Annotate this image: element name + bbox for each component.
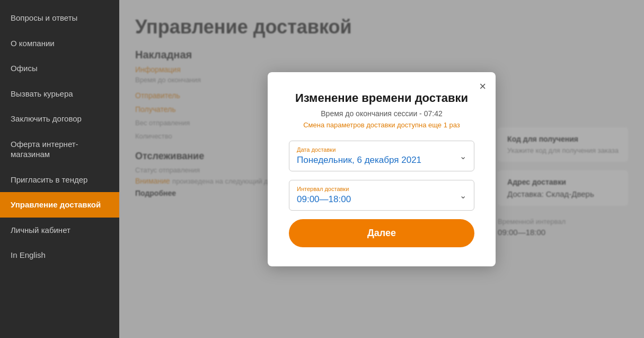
sidebar-item-cabinet[interactable]: Личный кабинет [0,218,119,243]
sidebar-item-offer[interactable]: Оферта интернет-магазинам [0,132,119,167]
sidebar-item-offices[interactable]: Офисы [0,56,119,81]
interval-field-label: Интервал доставки [297,186,466,192]
date-field-label: Дата доставки [297,146,466,153]
modal-session-text: Время до окончания сессии - 07:42 [289,109,474,118]
interval-field-group[interactable]: Интервал доставки 09:00—18:00 ⌄ [289,180,474,211]
main-content: Управление доставкой Накладная Информаци… [119,0,644,338]
date-chevron-icon: ⌄ [460,151,466,161]
modal-warning-text: Смена параметров доставки доступна еще 1… [289,121,474,129]
sidebar-item-about[interactable]: О компании [0,31,119,56]
sidebar-item-courier[interactable]: Вызвать курьера [0,81,119,107]
interval-chevron-icon: ⌄ [460,190,466,200]
sidebar-item-contract[interactable]: Заключить договор [0,106,119,132]
modal-close-button[interactable]: × [479,81,486,92]
sidebar-item-faq[interactable]: Вопросы и ответы [0,5,119,31]
interval-field-value: 09:00—18:00 [297,194,466,205]
sidebar-item-english[interactable]: In English [0,242,119,268]
date-field-group[interactable]: Дата доставки Понедельник, 6 декабря 202… [289,141,474,171]
sidebar: Вопросы и ответы О компании Офисы Вызват… [0,0,119,338]
date-field-value: Понедельник, 6 декабря 2021 [297,155,466,166]
modal-dialog: × Изменение времени доставки Время до ок… [268,72,496,266]
modal-overlay: × Изменение времени доставки Время до ок… [119,0,644,338]
sidebar-item-tender[interactable]: Пригласить в тендер [0,167,119,193]
modal-title: Изменение времени доставки [289,91,474,105]
next-button[interactable]: Далее [289,219,474,247]
sidebar-item-delivery[interactable]: Управление доставкой [0,192,119,218]
